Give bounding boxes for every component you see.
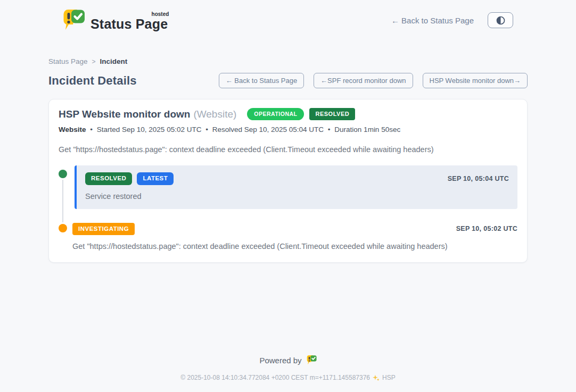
header: Status Page hosted ← Back to Status Page: [63, 0, 513, 32]
copyright-suffix: HSP: [382, 374, 396, 381]
breadcrumb-separator: >: [92, 58, 96, 65]
copyright-line: © 2025-10-08 14:10:34.772084 +0200 CEST …: [0, 374, 576, 381]
powered-by: Powered by: [0, 355, 576, 365]
theme-toggle-button[interactable]: [488, 12, 513, 28]
powered-by-label: Powered by: [259, 356, 301, 365]
timeline-message: Service restored: [85, 192, 509, 201]
incident-title: HSP Website monitor down: [59, 109, 190, 120]
statuspage-logo-icon-small[interactable]: [307, 355, 317, 365]
meta-resolved: Resolved Sep 10, 2025 05:04 UTC: [212, 126, 324, 134]
sparkles-icon: [373, 374, 380, 381]
timeline-dot-orange: [59, 224, 67, 232]
breadcrumb-root[interactable]: Status Page: [48, 57, 88, 65]
incident-meta: Website • Started Sep 10, 2025 05:02 UTC…: [59, 126, 517, 134]
half-circle-theme-icon: [496, 16, 505, 25]
timeline-timestamp: SEP 10, 05:02 UTC: [456, 225, 517, 232]
incident-component: (Website): [193, 109, 236, 120]
brand-logo[interactable]: Status Page hosted: [63, 9, 169, 32]
timeline-badge-resolved: RESOLVED: [85, 172, 132, 185]
status-page-app: Status Page hosted ← Back to Status Page…: [0, 0, 576, 392]
footer: Powered by © 2025-10-08 14:10:34.772084 …: [0, 355, 576, 392]
timeline-dot-green: [59, 170, 67, 178]
incident-description: Get "https://hostedstatus.page": context…: [59, 145, 517, 154]
timeline-update-card: RESOLVED LATEST SEP 10, 05:04 UTC Servic…: [75, 165, 517, 209]
timeline-badge-investigating: INVESTIGATING: [72, 223, 135, 236]
header-actions: ← Back to Status Page: [391, 12, 513, 28]
brand-name: Status Page: [90, 16, 168, 31]
operational-status-badge: OPERATIONAL: [247, 108, 304, 120]
page-title: Incident Details: [48, 74, 137, 88]
previous-incident-button[interactable]: ←SPF record monitor down: [314, 73, 413, 88]
title-row: Incident Details ← Back to Status Page ←…: [48, 73, 528, 88]
breadcrumb: Status Page > Incident: [48, 57, 528, 65]
brand-hosted-label: hosted: [152, 11, 169, 17]
breadcrumb-current: Incident: [100, 57, 128, 65]
back-to-status-page-button[interactable]: ← Back to Status Page: [219, 73, 304, 88]
meta-duration: Duration 1min 50sec: [334, 126, 400, 134]
timeline-entry-resolved: RESOLVED LATEST SEP 10, 05:04 UTC Servic…: [59, 165, 517, 209]
meta-component: Website: [59, 126, 86, 134]
timeline-entry-investigating: INVESTIGATING SEP 10, 05:02 UTC Get "htt…: [59, 223, 517, 251]
incident-title-row: HSP Website monitor down (Website) OPERA…: [59, 108, 517, 120]
main-content: Status Page > Incident Incident Details …: [48, 32, 528, 263]
meta-separator: •: [90, 126, 93, 134]
incident-card: HSP Website monitor down (Website) OPERA…: [48, 99, 528, 263]
meta-started: Started Sep 10, 2025 05:02 UTC: [97, 126, 202, 134]
meta-separator: •: [328, 126, 331, 134]
timeline-timestamp: SEP 10, 05:04 UTC: [448, 175, 509, 182]
statuspage-logo-icon: [63, 9, 85, 32]
back-to-status-page-link[interactable]: ← Back to Status Page: [391, 16, 474, 25]
meta-separator: •: [205, 126, 208, 134]
timeline-badge-latest: LATEST: [137, 172, 174, 185]
copyright-text: © 2025-10-08 14:10:34.772084 +0200 CEST …: [180, 374, 370, 381]
timeline-update-plain: INVESTIGATING SEP 10, 05:02 UTC Get "htt…: [72, 223, 517, 251]
next-incident-button[interactable]: HSP Website monitor down→: [423, 73, 528, 88]
incident-timeline: RESOLVED LATEST SEP 10, 05:04 UTC Servic…: [59, 165, 517, 251]
incident-nav-buttons: ← Back to Status Page ←SPF record monito…: [219, 73, 528, 88]
timeline-message: Get "https://hostedstatus.page": context…: [72, 242, 517, 251]
resolved-status-badge: RESOLVED: [309, 108, 355, 120]
